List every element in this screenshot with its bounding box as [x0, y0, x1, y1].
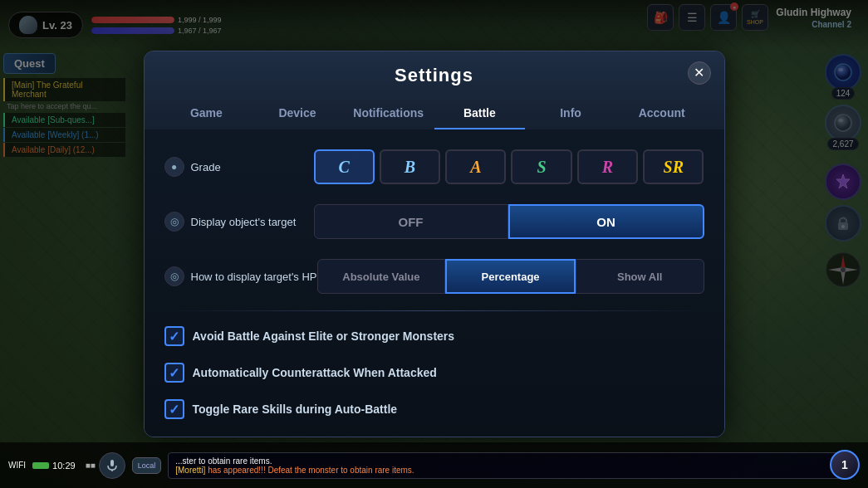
display-target-label: ◎ Display object's target — [164, 212, 314, 232]
mic-button[interactable] — [99, 452, 125, 479]
hp-display-label: ◎ How to display target's HP — [164, 266, 317, 286]
chat-area: ...ster to obtain rare items. [Moretti] … — [168, 452, 853, 479]
tabs-row: Game Device Notifications Battle Info Ac… — [161, 98, 708, 129]
hp-display-buttons: Absolute Value Percentage Show All — [317, 259, 704, 294]
absolute-value-button[interactable]: Absolute Value — [317, 259, 446, 294]
status-text: ■■ — [86, 461, 96, 470]
modal-body-scroll[interactable]: ● Grade C B A S — [145, 129, 724, 437]
svg-rect-13 — [110, 460, 114, 466]
off-button[interactable]: OFF — [314, 204, 508, 239]
grade-s-button[interactable]: S — [511, 149, 571, 184]
tab-info[interactable]: Info — [525, 98, 616, 129]
wifi-bar — [32, 462, 49, 469]
modal-header: Settings ✕ Game Device Notifications Bat… — [145, 51, 724, 129]
show-all-button[interactable]: Show All — [576, 259, 704, 294]
grade-b-button[interactable]: B — [380, 149, 440, 184]
percentage-button[interactable]: Percentage — [445, 259, 576, 294]
display-target-text: Display object's target — [191, 216, 297, 228]
grade-c-button[interactable]: C — [314, 149, 375, 184]
modal-close-button[interactable]: ✕ — [688, 61, 711, 85]
notification-badge[interactable]: 1 — [830, 450, 860, 480]
counterattack-row: Automatically Counterattack When Attacke… — [164, 354, 704, 391]
avoid-elite-row: Avoid Battle Against Elite or Stronger M… — [164, 318, 704, 354]
hp-icon: ◎ — [164, 266, 184, 286]
toggle-buttons: OFF ON — [314, 204, 704, 239]
tab-account[interactable]: Account — [616, 98, 708, 129]
grade-label: ● Grade — [164, 157, 314, 177]
avoid-elite-checkbox[interactable] — [164, 326, 184, 346]
tab-notifications[interactable]: Notifications — [343, 98, 434, 129]
grade-sr-button[interactable]: SR — [643, 149, 704, 184]
display-target-row: ◎ Display object's target OFF ON — [164, 201, 704, 242]
modal-title: Settings — [161, 65, 708, 86]
grade-label-text: Grade — [191, 161, 221, 173]
grade-buttons: C B A S R SR — [314, 149, 704, 184]
grade-r-button[interactable]: R — [577, 149, 638, 184]
avoid-elite-label: Avoid Battle Against Elite or Stronger M… — [193, 329, 455, 343]
local-button[interactable]: Local — [132, 457, 162, 474]
wifi-label: WIFI — [8, 461, 26, 470]
tab-device[interactable]: Device — [252, 98, 343, 129]
modal-body: ● Grade C B A S — [145, 129, 724, 437]
rare-skills-row: Toggle Rare Skills during Auto-Battle — [164, 391, 704, 427]
badge-number: 1 — [841, 458, 848, 471]
grade-a-button[interactable]: A — [445, 149, 506, 184]
target-icon: ◎ — [164, 212, 184, 232]
chat-message-2: [Moretti] has appeared!!! Defeat the mon… — [175, 466, 846, 475]
hp-display-row: ◎ How to display target's HP Absolute Va… — [164, 256, 704, 297]
divider — [164, 310, 704, 311]
time-display: 10:29 — [52, 461, 76, 471]
hp-display-text: How to display target's HP — [191, 271, 317, 283]
counterattack-label: Automatically Counterattack When Attacke… — [193, 366, 437, 379]
rare-skills-checkbox[interactable] — [164, 399, 184, 419]
tab-game[interactable]: Game — [161, 98, 253, 129]
chat-message-1: ...ster to obtain rare items. — [175, 456, 846, 466]
settings-modal: Settings ✕ Game Device Notifications Bat… — [144, 51, 725, 437]
grade-icon: ● — [164, 157, 184, 177]
on-button[interactable]: ON — [508, 204, 704, 239]
counterattack-checkbox[interactable] — [164, 363, 184, 383]
bottom-bar: WIFI 10:29 ■■ Local ...ster to obtain ra… — [0, 442, 868, 488]
rare-skills-label: Toggle Rare Skills during Auto-Battle — [193, 403, 398, 416]
tab-battle[interactable]: Battle — [434, 98, 526, 129]
grade-setting-row: ● Grade C B A S — [164, 146, 704, 188]
